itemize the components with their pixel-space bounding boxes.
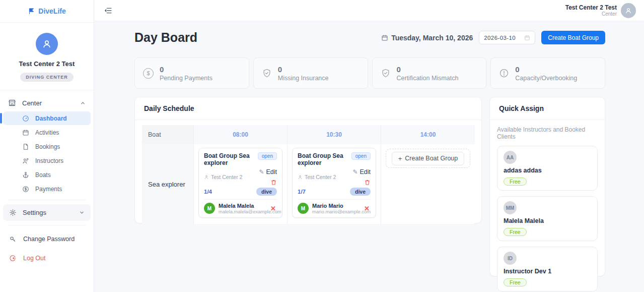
date-input[interactable] bbox=[484, 35, 520, 41]
sidebar-item-boats[interactable]: Boats bbox=[3, 168, 91, 182]
dollar-circle-icon: $ bbox=[143, 68, 154, 79]
edit-button[interactable]: ✎Edit bbox=[259, 168, 277, 176]
topbar: Test Center 2 Test Center bbox=[94, 0, 644, 21]
current-date-text: Tuesday, March 10, 2026 bbox=[391, 34, 473, 42]
page-header: Day Board Tuesday, March 10, 2026 Create… bbox=[134, 30, 605, 45]
remove-participant-button[interactable]: ✕ bbox=[363, 205, 371, 212]
boat-group-card[interactable]: Boat Group Sea explorer open Test Center… bbox=[198, 148, 282, 218]
edit-label: Edit bbox=[360, 168, 371, 176]
create-boat-group-button[interactable]: Create Boat Group bbox=[541, 31, 605, 44]
logout-icon bbox=[9, 255, 16, 262]
sidebar-group-center[interactable]: Center bbox=[0, 94, 94, 111]
date-picker[interactable] bbox=[479, 31, 535, 44]
instructor-name: Malela Malela bbox=[504, 217, 591, 224]
participant-email: mario.mario@example.com bbox=[312, 209, 360, 214]
sidebar-nav: Center Dashboard Activities Bookings Ins… bbox=[0, 90, 94, 268]
availability-badge: Free bbox=[504, 278, 527, 286]
stat-card-capacity-overbooking: 0 Capacity/Overbooking bbox=[490, 57, 605, 89]
stat-label: Capacity/Overbooking bbox=[515, 75, 577, 82]
boat-group-card[interactable]: Boat Group Sea explorer open Test Center… bbox=[292, 148, 376, 218]
quick-assign-panel: Quick Assign Available Instructors and B… bbox=[489, 97, 605, 276]
sidebar-item-dashboard[interactable]: Dashboard bbox=[3, 111, 91, 125]
stat-value: 0 bbox=[160, 65, 212, 74]
calendar-icon[interactable] bbox=[524, 35, 530, 41]
sidebar-item-payments[interactable]: Payments bbox=[3, 182, 91, 196]
topbar-avatar[interactable] bbox=[621, 3, 636, 18]
delete-button[interactable] bbox=[270, 179, 277, 186]
boat-group-title: Boat Group Sea explorer bbox=[298, 152, 348, 167]
center-name-label: Test Center 2 bbox=[211, 174, 242, 180]
stat-card-certification-mismatch: 0 Certification Mismatch bbox=[372, 57, 487, 89]
boat-name-cell: Sea explorer bbox=[142, 144, 194, 224]
person-icon bbox=[204, 174, 209, 180]
divider bbox=[298, 199, 371, 200]
capacity-label: 1/4 bbox=[204, 189, 212, 195]
sidebar-item-logout[interactable]: Log Out bbox=[0, 249, 94, 268]
sidebar-item-label: Activities bbox=[35, 129, 59, 136]
topbar-user-menu[interactable]: Test Center 2 Test Center bbox=[565, 3, 636, 18]
participant-avatar: M bbox=[204, 203, 215, 214]
sidebar-item-label: Boats bbox=[35, 171, 51, 179]
create-slot-label: Create Boat Group bbox=[405, 155, 458, 162]
instructor-card[interactable]: ID Instructor Dev 1 Free bbox=[497, 247, 598, 291]
instructor-name: addas addas bbox=[504, 167, 591, 174]
sidebar-item-label: Payments bbox=[35, 186, 62, 193]
dashboard-icon bbox=[22, 115, 29, 122]
anchor-icon bbox=[22, 171, 29, 179]
boat-group-title: Boat Group Sea explorer bbox=[204, 152, 255, 167]
create-boat-group-slot-button[interactable]: + Create Boat Group bbox=[392, 152, 465, 165]
stat-label: Certification Mismatch bbox=[397, 75, 459, 82]
sidebar-group-settings[interactable]: Settings bbox=[3, 204, 91, 221]
pencil-icon: ✎ bbox=[259, 168, 264, 176]
logo[interactable]: DiveLife bbox=[0, 0, 94, 23]
sidebar-item-change-password[interactable]: Change Password bbox=[0, 229, 94, 249]
initials-avatar: ID bbox=[504, 252, 517, 265]
participant-email: malela.malela@example.com bbox=[219, 209, 266, 214]
topbar-user-name: Test Center 2 Test bbox=[565, 4, 617, 11]
edit-button[interactable]: ✎Edit bbox=[352, 168, 371, 176]
time-column-header: 10:30 bbox=[288, 125, 381, 144]
profile-section: Test Center 2 Test DIVING CENTER bbox=[0, 23, 94, 90]
logout-label: Log Out bbox=[23, 255, 45, 262]
sidebar-group-label: Center bbox=[22, 99, 74, 107]
gear-icon bbox=[9, 209, 17, 216]
sidebar: DiveLife Test Center 2 Test DIVING CENTE… bbox=[0, 0, 94, 292]
delete-button[interactable] bbox=[364, 179, 371, 186]
activity-badge: dive bbox=[350, 188, 371, 196]
participant-avatar: M bbox=[298, 203, 309, 214]
status-badge: open bbox=[258, 152, 277, 160]
dollar-circle-icon bbox=[22, 186, 29, 193]
current-date: Tuesday, March 10, 2026 bbox=[381, 34, 473, 42]
remove-participant-button[interactable]: ✕ bbox=[269, 205, 277, 212]
instructor-card[interactable]: MM Malela Malela Free bbox=[497, 196, 598, 241]
main-content: Day Board Tuesday, March 10, 2026 Create… bbox=[94, 21, 644, 292]
schedule-slot-1400: + Create Boat Group bbox=[381, 144, 475, 224]
availability-badge: Free bbox=[504, 228, 527, 236]
quick-assign-header: Quick Assign bbox=[490, 97, 605, 120]
center-name: Test Center 2 bbox=[204, 168, 242, 186]
create-boat-group-dropzone: + Create Boat Group bbox=[386, 149, 470, 168]
page-header-controls: Tuesday, March 10, 2026 Create Boat Grou… bbox=[381, 31, 605, 44]
stat-value: 0 bbox=[397, 65, 459, 74]
sidebar-item-activities[interactable]: Activities bbox=[3, 126, 91, 139]
sidebar-item-label: Bookings bbox=[35, 143, 60, 150]
sidebar-item-instructors[interactable]: Instructors bbox=[3, 154, 91, 167]
menu-fold-icon[interactable] bbox=[104, 7, 112, 15]
status-badge: open bbox=[351, 152, 371, 160]
storefront-icon bbox=[8, 99, 16, 107]
plus-icon: + bbox=[398, 155, 402, 162]
sidebar-item-label: Instructors bbox=[35, 157, 63, 164]
stat-card-pending-payments: $ 0 Pending Payments bbox=[134, 57, 249, 89]
divider bbox=[8, 225, 86, 225]
stats-row: $ 0 Pending Payments 0 Missing Insurance bbox=[134, 57, 605, 89]
stat-card-missing-insurance: 0 Missing Insurance bbox=[253, 57, 368, 89]
instructor-card[interactable]: AA addas addas Free bbox=[497, 146, 598, 191]
calendar-icon bbox=[22, 129, 29, 136]
initials-avatar: MM bbox=[504, 201, 517, 214]
capacity-label: 1/7 bbox=[298, 189, 306, 195]
divider bbox=[8, 200, 86, 200]
instructor-name: Instructor Dev 1 bbox=[504, 268, 591, 275]
schedule-slot-0800: Boat Group Sea explorer open Test Center… bbox=[194, 144, 288, 224]
trash-icon bbox=[364, 179, 371, 186]
sidebar-item-bookings[interactable]: Bookings bbox=[3, 140, 91, 153]
